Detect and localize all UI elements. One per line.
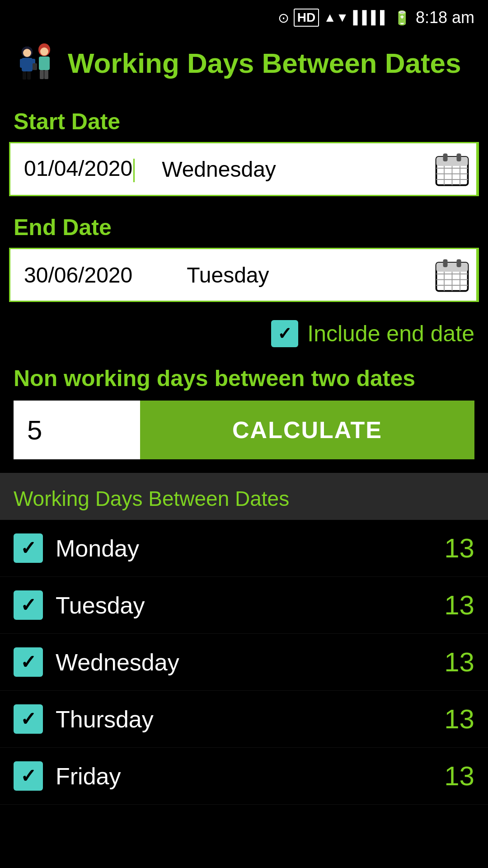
start-date-value: 01/04/2020 — [24, 156, 135, 182]
checkmark-icon: ✓ — [20, 537, 36, 559]
svg-rect-16 — [436, 157, 468, 166]
include-end-date-label: Include end date — [307, 321, 474, 347]
end-date-row[interactable]: 30/06/2020 Tuesday — [9, 248, 479, 302]
day-count-wednesday: 13 — [438, 646, 474, 678]
end-date-calendar-button[interactable] — [428, 248, 478, 302]
day-name-thursday: Thursday — [56, 706, 426, 733]
hotspot-icon: ⊙ — [278, 10, 289, 26]
day-row: ✓ Friday 13 — [0, 748, 488, 805]
checkmark-icon: ✓ — [20, 594, 36, 616]
svg-rect-28 — [457, 259, 461, 267]
start-date-day: Wednesday — [162, 157, 276, 182]
checkmark-icon: ✓ — [20, 651, 36, 673]
status-icons: ⊙ HD ▲▼ ▌▌▌▌ 🔋 — [278, 9, 410, 27]
start-date-label: Start Date — [0, 99, 488, 142]
checkmark-icon: ✓ — [20, 765, 36, 787]
day-name-monday: Monday — [56, 535, 426, 562]
result-section-title: Working Days Between Dates — [0, 473, 488, 520]
day-count-monday: 13 — [438, 533, 474, 564]
svg-rect-2 — [23, 71, 26, 80]
svg-rect-26 — [436, 263, 468, 272]
end-date-day: Tuesday — [187, 263, 269, 288]
svg-point-13 — [40, 47, 48, 56]
network-icon: ▲▼ — [324, 10, 348, 25]
status-bar: ⊙ HD ▲▼ ▌▌▌▌ 🔋 8:18 am — [0, 0, 488, 32]
svg-rect-14 — [33, 63, 37, 70]
checkmark-icon: ✓ — [20, 708, 36, 730]
calendar-icon-end — [435, 258, 469, 292]
start-date-text: 01/04/2020 Wednesday — [10, 156, 428, 182]
day-row: ✓ Thursday 13 — [0, 691, 488, 748]
svg-rect-10 — [40, 70, 44, 79]
avatar-icon — [14, 41, 59, 86]
day-row: ✓ Monday 13 — [0, 520, 488, 577]
checkmark-icon: ✓ — [277, 324, 292, 344]
calc-row: CALCULATE — [0, 401, 488, 459]
end-date-label: End Date — [0, 205, 488, 248]
day-checkbox-wednesday[interactable]: ✓ — [14, 647, 43, 677]
include-end-date-checkbox[interactable]: ✓ — [271, 320, 298, 347]
end-date-value: 30/06/2020 — [24, 263, 132, 288]
day-name-tuesday: Tuesday — [56, 592, 426, 619]
end-date-text: 30/06/2020 Tuesday — [10, 263, 428, 288]
app-avatar — [14, 41, 59, 86]
signal-icon: ▌▌▌▌ — [353, 10, 389, 25]
day-count-thursday: 13 — [438, 703, 474, 735]
start-date-calendar-button[interactable] — [428, 142, 478, 196]
svg-rect-17 — [443, 153, 448, 161]
day-checkbox-tuesday[interactable]: ✓ — [14, 590, 43, 620]
day-row: ✓ Tuesday 13 — [0, 577, 488, 634]
hd-badge: HD — [294, 9, 319, 27]
svg-rect-9 — [39, 57, 50, 70]
svg-point-7 — [23, 49, 31, 57]
app-title: Working Days Between Dates — [68, 48, 461, 79]
svg-rect-11 — [44, 70, 48, 79]
day-checkbox-monday[interactable]: ✓ — [14, 533, 43, 563]
non-working-days-input[interactable] — [14, 401, 140, 459]
day-rows-container: ✓ Monday 13 ✓ Tuesday 13 ✓ Wednesday 13 … — [0, 520, 488, 805]
status-time: 8:18 am — [416, 8, 474, 27]
battery-icon: 🔋 — [394, 10, 410, 26]
day-count-tuesday: 13 — [438, 590, 474, 621]
svg-rect-3 — [27, 71, 31, 80]
svg-rect-4 — [20, 59, 23, 68]
svg-rect-18 — [457, 153, 461, 161]
day-name-wednesday: Wednesday — [56, 649, 426, 676]
result-section: Working Days Between Dates — [0, 473, 488, 520]
day-count-friday: 13 — [438, 760, 474, 792]
calculate-button[interactable]: CALCULATE — [140, 401, 474, 459]
non-working-label: Non working days between two dates — [0, 361, 488, 401]
app-header: Working Days Between Dates — [0, 32, 488, 99]
start-date-row[interactable]: 01/04/2020 Wednesday — [9, 142, 479, 196]
include-end-date-row: ✓ Include end date — [0, 311, 488, 361]
day-name-friday: Friday — [56, 763, 426, 790]
day-checkbox-friday[interactable]: ✓ — [14, 761, 43, 791]
day-row: ✓ Wednesday 13 — [0, 634, 488, 691]
calendar-icon — [435, 152, 469, 186]
svg-rect-27 — [443, 259, 448, 267]
day-checkbox-thursday[interactable]: ✓ — [14, 704, 43, 734]
